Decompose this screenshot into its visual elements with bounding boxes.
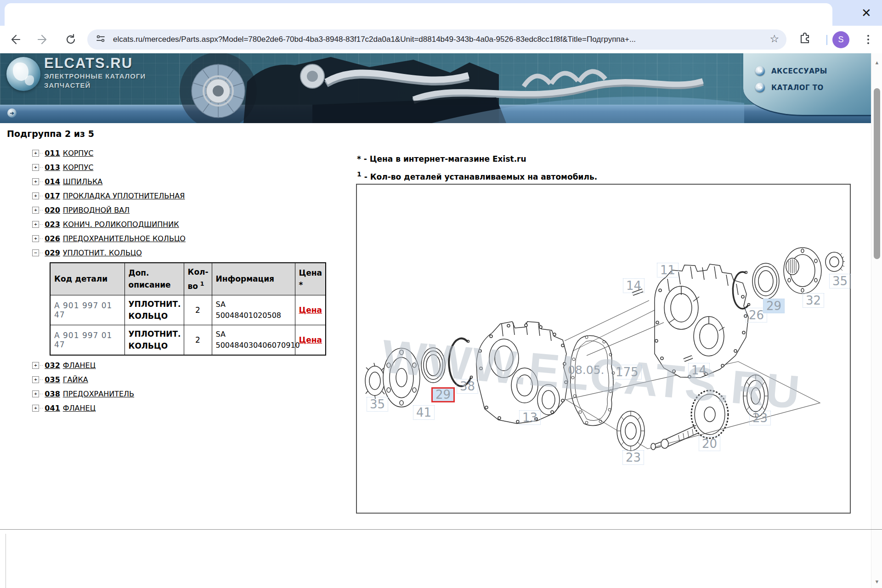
part-label-11[interactable]: 11 [657,263,678,277]
site-info-icon[interactable] [96,34,106,45]
footnotes: * - Цена в интернет-магазине Exist.ru 1 … [357,152,597,185]
tree-link-label-020[interactable]: ПРИВОДНОЙ ВАЛ [63,206,130,215]
nav-catalog-to[interactable]: ➔ КАТАЛОГ ТО [755,83,824,92]
parts-tree: +··011КОРПУС+··013КОРПУС+··014ШПИЛЬКА+··… [32,146,335,415]
col-header-1: Доп. описание [124,263,184,295]
part-label-23[interactable]: 23 [622,450,644,465]
expand-icon-035[interactable]: + [32,376,39,383]
nav-accessories[interactable]: ➔ АКСЕССУАРЫ [755,66,827,76]
part-code: A 901 997 01 47 [50,295,124,325]
main-content: Подгруппа 2 из 5 +··011КОРПУС+··013КОРПУ… [0,123,871,529]
expand-icon-023[interactable]: + [32,221,39,228]
tree-link-label-017[interactable]: ПРОКЛАДКА УПЛОТНИТЕЛЬНАЯ [63,192,185,200]
scroll-up-icon[interactable]: ▲ [871,60,882,65]
expand-icon-026[interactable]: + [32,235,39,242]
part-label-14[interactable]: 14 [623,278,645,293]
tree-connector: ·· [40,406,43,411]
tree-link-label-032[interactable]: ФЛАНЕЦ [63,361,96,370]
arrow-bullet-icon: ➔ [755,83,765,92]
tree-link-num-032[interactable]: 032 [45,361,60,370]
profile-avatar[interactable]: S [832,31,849,48]
part-label-29-red[interactable]: 29 [431,387,455,402]
expand-icon-011[interactable]: + [32,150,39,157]
part-label-35[interactable]: 35 [367,397,388,412]
bookmark-star-icon[interactable]: ☆ [769,33,779,45]
part-label-35[interactable]: 35 [829,274,851,288]
tree-link-num-020[interactable]: 020 [45,206,60,215]
parts-diagram: WWW.ELCATS.RU 08.05. 3541293813175111426… [356,184,851,514]
tree-item-035: +··035ГАЙКА [32,373,335,387]
tree-link-num-029[interactable]: 029 [45,249,60,257]
part-label-41[interactable]: 41 [413,405,435,420]
tree-item-032: +··032ФЛАНЕЦ [32,358,335,373]
part-label-32[interactable]: 32 [803,293,824,308]
part-label-38[interactable]: 38 [457,379,478,394]
part-price-cell: Цена [295,295,326,325]
footnote-qty: 1 - Кол-во деталей устанавливаемых на ав… [357,167,597,185]
browser-tab[interactable] [5,3,832,26]
part-label-23[interactable]: 23 [749,411,771,425]
browser-toolbar: elcats.ru/mercedes/Parts.aspx?Model=780e… [0,26,882,54]
arrow-bullet-icon: ➔ [755,66,765,76]
tree-link-label-026[interactable]: ПРЕДОХРАНИТЕЛЬНОЕ КОЛЬЦО [63,234,186,243]
scrollbar-thumb[interactable] [874,88,880,259]
back-icon[interactable] [6,31,23,48]
tree-link-label-041[interactable]: ФЛАНЕЦ [63,404,96,413]
tree-link-label-013[interactable]: КОРПУС [63,163,94,172]
part-label-13[interactable]: 13 [519,410,541,425]
forward-icon[interactable] [35,31,51,48]
tree-link-label-029[interactable]: УПЛОТНИТ. КОЛЬЦО [63,249,142,257]
browser-tab-strip: ✕ [0,0,882,26]
tree-link-num-035[interactable]: 035 [45,375,60,384]
logo-title: ELCATS.RU [44,55,146,72]
tree-link-label-014[interactable]: ШПИЛЬКА [63,177,102,186]
expand-icon-038[interactable]: + [32,390,39,397]
collapse-icon-029[interactable]: − [32,249,39,256]
header-nav-panel: ➔ АКСЕССУАРЫ ➔ КАТАЛОГ ТО [743,53,871,116]
reload-icon[interactable] [62,31,79,48]
tree-link-label-038[interactable]: ПРЕДОХРАНИТЕЛЬ [63,390,134,398]
tree-link-label-011[interactable]: КОРПУС [63,149,94,158]
part-description: УПЛОТНИТ. КОЛЬЦО [124,325,184,355]
expand-icon-017[interactable]: + [32,192,39,199]
price-link[interactable]: Цена [299,305,322,315]
part-label-14[interactable]: 14 [688,363,710,378]
tree-connector: ·· [40,391,43,396]
part-description: УПЛОТНИТ. КОЛЬЦО [124,295,184,325]
tree-link-num-026[interactable]: 026 [45,234,60,243]
tree-connector: ·· [40,222,43,227]
tree-link-num-038[interactable]: 038 [45,390,60,398]
col-header-0: Код детали [50,263,124,295]
url-bar[interactable]: elcats.ru/mercedes/Parts.aspx?Model=780e… [87,29,786,50]
expand-icon-032[interactable]: + [32,362,39,369]
part-label-175[interactable]: 175 [612,365,642,379]
header-collapse-button[interactable]: ➔ [7,108,17,118]
site-logo[interactable]: ELCATS.RU ЭЛЕКТРОННЫЕ КАТАЛОГИ ЗАПЧАСТЕЙ [44,55,146,90]
scroll-down-icon[interactable]: ▼ [871,579,882,584]
tree-link-label-023[interactable]: КОНИЧ. РОЛИКОПОДШИПНИК [63,220,179,229]
tree-link-num-011[interactable]: 011 [45,149,60,158]
tree-connector: ·· [40,151,43,156]
tree-link-num-014[interactable]: 014 [45,177,60,186]
extensions-icon[interactable] [798,32,811,47]
expand-icon-020[interactable]: + [32,207,39,214]
tree-link-num-023[interactable]: 023 [45,220,60,229]
part-info: SA 500484030406070910 [212,325,295,355]
tree-link-num-017[interactable]: 017 [45,192,60,200]
part-label-20[interactable]: 20 [699,436,720,451]
expand-icon-013[interactable]: + [32,164,39,171]
price-link[interactable]: Цена [299,335,322,345]
tree-link-num-041[interactable]: 041 [45,404,60,413]
tree-connector: ·· [40,377,43,382]
expand-icon-014[interactable]: + [32,178,39,185]
tree-item-041: +··041ФЛАНЕЦ [32,401,335,415]
part-label-29-hl[interactable]: 29 [763,299,785,313]
tree-item-013: +··013КОРПУС [32,160,335,175]
page-scrollbar[interactable]: ▲ ▼ [871,53,882,588]
tree-link-num-013[interactable]: 013 [45,163,60,172]
browser-menu-icon[interactable] [860,31,876,48]
tree-link-label-035[interactable]: ГАЙКА [63,375,88,384]
window-close-button[interactable]: ✕ [857,4,876,22]
expand-icon-041[interactable]: + [32,405,39,412]
url-text[interactable]: elcats.ru/mercedes/Parts.aspx?Model=780e… [113,35,636,44]
